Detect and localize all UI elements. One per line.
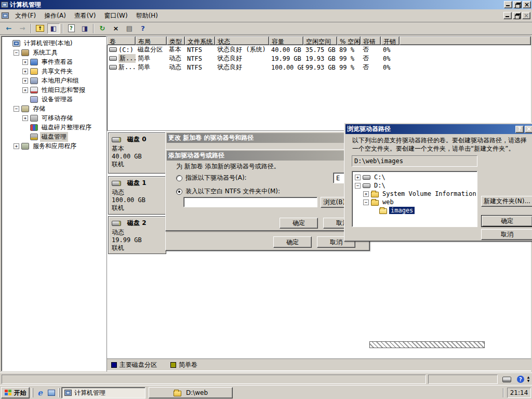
column-header-0[interactable]: 卷 — [107, 36, 136, 45]
child-window-icon[interactable] — [2, 12, 9, 19]
browse-help-button[interactable] — [515, 126, 524, 133]
tree-item[interactable]: +服务和应用程序 — [2, 141, 106, 151]
disk-header-card[interactable]: 磁盘 1动态100.00 GB联机 — [108, 176, 166, 215]
expand-plus-icon[interactable]: + — [363, 191, 369, 197]
tree-item[interactable]: +性能日志和警报 — [2, 85, 106, 95]
change-dialog-titlebar[interactable]: 更改 新加卷 的驱动器号和路径 — [167, 133, 368, 143]
menu-item-4[interactable]: 帮助(H) — [132, 10, 162, 22]
collapse-minus-icon[interactable]: − — [14, 106, 19, 112]
column-header-5[interactable]: 容量 — [269, 36, 303, 45]
toggle-console-tree-icon[interactable]: ◧ — [47, 23, 60, 34]
quick-launch-desktop-icon[interactable] — [46, 388, 57, 398]
help-icon[interactable]: ? — [137, 23, 149, 34]
disk-header-card[interactable]: 磁盘 0基本40.00 GB联机 — [108, 132, 166, 174]
column-header-1[interactable]: 布局 — [136, 36, 167, 45]
language-bar-keyboard-icon[interactable] — [500, 374, 513, 384]
taskbar-grip[interactable] — [32, 388, 33, 397]
folder-open-icon — [379, 208, 387, 214]
legend-label: 主要磁盘分区 — [119, 361, 157, 369]
folder-tree-item[interactable]: +System Volume Information — [352, 190, 477, 198]
assign-letter-radio[interactable] — [176, 175, 182, 181]
volume-row[interactable]: 新...简单动态NTFS状态良好19.99 GB19.93 GB99 %否0% — [107, 54, 531, 63]
disk-header-card[interactable]: 磁盘 2动态19.99 GB联机 — [108, 216, 166, 254]
folder-tree-item[interactable]: −D:\ — [352, 181, 477, 190]
tree-item[interactable]: −系统工具 — [2, 48, 106, 57]
folder-tree-item[interactable]: images — [352, 206, 477, 215]
column-header-7[interactable]: % 空闲 — [337, 36, 361, 45]
tree-item[interactable]: 磁盘管理 — [2, 132, 106, 141]
tree-item[interactable]: +事件查看器 — [2, 57, 106, 66]
child-restore-button[interactable] — [513, 12, 521, 19]
task-button-1[interactable]: D:\web — [149, 387, 233, 398]
volume-cell: NTFS — [185, 46, 215, 54]
refresh-icon[interactable]: ↻ — [96, 23, 109, 34]
column-header-9[interactable]: 开销 — [381, 36, 400, 45]
event-viewer-icon — [30, 59, 38, 65]
help-doc-icon[interactable]: ? — [65, 23, 77, 34]
expand-plus-icon[interactable]: + — [22, 87, 28, 93]
column-header-3[interactable]: 文件系统 — [185, 36, 215, 45]
disk-size: 19.99 GB — [112, 236, 166, 244]
browse-cancel-button[interactable]: 取消 — [481, 229, 532, 240]
language-bar-options-icon[interactable]: ▲▼ — [526, 375, 531, 382]
child-minimize-button[interactable] — [503, 12, 512, 19]
close-button[interactable] — [523, 1, 531, 8]
expand-plus-icon[interactable]: + — [355, 175, 361, 180]
menu-item-3[interactable]: 窗口(W) — [100, 10, 131, 22]
tree-item-label: 服务和应用程序 — [31, 141, 78, 151]
expand-plus-icon[interactable]: + — [22, 69, 28, 74]
back-icon[interactable]: ← — [3, 23, 15, 34]
folder-tree-item[interactable]: −web — [352, 198, 477, 206]
delete-icon[interactable]: × — [110, 23, 122, 34]
toggle-action-pane-icon[interactable]: ◨ — [78, 23, 91, 34]
quick-launch-ie-icon[interactable]: e — [35, 388, 45, 398]
tree-item[interactable]: −存储 — [2, 104, 106, 113]
tree-item[interactable]: 磁盘碎片整理程序 — [2, 123, 106, 132]
tree-item[interactable]: +本地用户和组 — [2, 76, 106, 85]
new-folder-button[interactable]: 新建文件夹(N)... — [481, 196, 532, 207]
volume-row[interactable]: (C:)磁盘分区基本NTFS状态良好 (系统)40.00 GB35.75 GB8… — [107, 45, 531, 54]
expand-plus-icon[interactable]: + — [14, 143, 19, 149]
column-header-8[interactable]: 容错 — [361, 36, 381, 45]
browse-dialog-titlebar[interactable]: 浏览驱动器路径 — [345, 124, 532, 134]
taskbar-grip[interactable] — [58, 388, 60, 397]
browse-ok-button[interactable]: 确定 — [481, 215, 532, 227]
column-header-6[interactable]: 空闲空间 — [303, 36, 337, 45]
tree-item[interactable]: 计算机管理(本地) — [2, 38, 106, 48]
forward-icon[interactable]: → — [16, 23, 29, 34]
child-close-button[interactable] — [522, 12, 530, 19]
volume-row[interactable]: 新...简单动态NTFS状态良好100.00 GB99.93 GB99 %否0% — [107, 63, 531, 72]
change-ok-button[interactable]: 确定 — [273, 236, 312, 248]
add-ok-button[interactable]: 确定 — [280, 218, 318, 229]
tree-item[interactable]: 设备管理器 — [2, 95, 106, 104]
mount-folder-radio[interactable] — [176, 189, 182, 195]
folder-icon — [371, 200, 379, 206]
menu-item-2[interactable]: 查看(V) — [70, 10, 100, 22]
browse-close-button[interactable] — [525, 126, 532, 133]
folder-tree-item[interactable]: +C:\ — [352, 173, 477, 181]
menu-item-0[interactable]: 文件(F) — [11, 10, 40, 22]
browse-drive-path-dialog: 浏览驱动器路径 以下列出的是支持驱动器路径的卷。要创建驱动器路径，请选择 一个空… — [344, 123, 532, 242]
expand-plus-icon[interactable]: + — [22, 78, 28, 84]
expand-plus-icon[interactable]: + — [22, 59, 28, 65]
collapse-minus-icon[interactable]: − — [355, 183, 361, 189]
collapse-minus-icon[interactable]: − — [14, 50, 19, 56]
add-dialog-titlebar[interactable]: 添加驱动器号或路径 — [167, 151, 361, 161]
legend-item: 主要磁盘分区 — [111, 361, 157, 369]
expand-plus-icon[interactable]: + — [22, 115, 28, 121]
column-header-2[interactable]: 类型 — [167, 36, 185, 45]
restore-button[interactable] — [513, 1, 522, 8]
task-button-0[interactable]: 计算机管理 — [61, 387, 145, 398]
minimize-button[interactable] — [504, 1, 512, 8]
properties-icon[interactable]: ▤ — [123, 23, 136, 34]
up-folder-icon[interactable]: ↑ — [34, 23, 46, 34]
language-bar-help-icon[interactable]: ? — [515, 374, 526, 384]
tree-item[interactable]: +可移动存储 — [2, 113, 106, 123]
start-button[interactable]: 开始 — [1, 387, 30, 398]
collapse-minus-icon[interactable]: − — [363, 200, 369, 205]
menu-item-1[interactable]: 操作(A) — [40, 10, 70, 22]
tree-item[interactable]: +共享文件夹 — [2, 66, 106, 76]
mount-path-input[interactable] — [183, 197, 317, 207]
column-header-4[interactable]: 状态 — [215, 36, 269, 45]
tree-item-label: 存储 — [31, 104, 47, 114]
